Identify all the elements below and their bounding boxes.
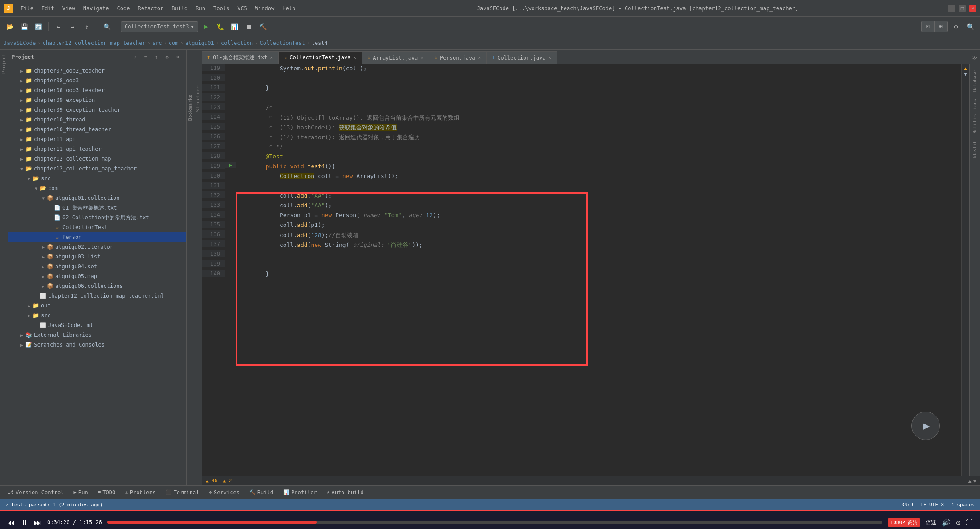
menu-tools[interactable]: Tools xyxy=(210,4,233,13)
run-with-coverage-button[interactable]: 📊 xyxy=(228,20,241,33)
menu-run[interactable]: Run xyxy=(192,4,209,13)
tab-close-icon[interactable]: × xyxy=(420,55,423,61)
layout-btn-1[interactable]: ⊡ xyxy=(922,21,935,32)
tree-item-com[interactable]: ▼ 📂 com xyxy=(8,183,186,193)
tree-item-collectiontest[interactable]: ☕ CollectionTest xyxy=(8,222,186,232)
breadcrumb-com[interactable]: com xyxy=(169,40,179,46)
tree-item-chapter12b[interactable]: ▼ 📂 chapter12_collection_map_teacher xyxy=(8,164,186,174)
video-prev-button[interactable]: ⏮ xyxy=(7,518,15,527)
tree-item-chapter07[interactable]: ▶ 📁 chapter07_oop2_teacher xyxy=(8,66,186,76)
video-next-button[interactable]: ⏭ xyxy=(34,518,42,527)
hide-panel-button[interactable]: × xyxy=(173,52,182,61)
terminal-tab[interactable]: ⬛ Terminal xyxy=(161,488,204,497)
expand-up-icon[interactable]: ▲ xyxy=(968,478,972,484)
menu-window[interactable]: Window xyxy=(252,4,278,13)
tree-item-chapter12a[interactable]: ▶ 📁 chapter12_collection_map xyxy=(8,154,186,164)
tree-item-atguigu06[interactable]: ▶ 📦 atguigu06.collections xyxy=(8,281,186,291)
tree-item-chapter08a[interactable]: ▶ 📁 chapter08_oop3 xyxy=(8,76,186,85)
build-project-button[interactable]: 🔨 xyxy=(257,20,269,33)
video-quality-badge[interactable]: 1080P 高清 xyxy=(888,518,921,527)
tree-item-chapter10b[interactable]: ▶ 📁 chapter10_thread_teacher xyxy=(8,125,186,134)
tree-item-chapter10a[interactable]: ▶ 📁 chapter10_thread xyxy=(8,115,186,125)
menu-help[interactable]: Help xyxy=(279,4,299,13)
problems-tab[interactable]: ⚠ Problems xyxy=(121,488,160,497)
video-fullscreen-button[interactable]: ⛶ xyxy=(966,518,973,527)
floating-play-button[interactable]: ▶ xyxy=(911,412,940,440)
video-volume-button[interactable]: 🔊 xyxy=(942,518,951,527)
breadcrumb-root[interactable]: JavaSECode xyxy=(4,40,36,46)
menu-code[interactable]: Code xyxy=(114,4,134,13)
tree-item-atguigu01[interactable]: ▼ 📦 atguigu01.collection xyxy=(8,193,186,203)
lf-indicator[interactable]: LF UTF-8 xyxy=(920,502,944,508)
tree-item-person[interactable]: ☕ Person xyxy=(8,232,186,242)
tab-close-icon[interactable]: × xyxy=(270,55,273,61)
forward-button[interactable]: → xyxy=(66,20,79,33)
database-tab[interactable]: Database xyxy=(972,68,978,94)
run-tab[interactable]: ▶ Run xyxy=(69,488,92,497)
expand-down-icon[interactable]: ▼ xyxy=(973,478,976,484)
breadcrumb-class[interactable]: CollectionTest xyxy=(260,40,305,46)
tree-item-external-libs[interactable]: ▶ 📚 External Libraries xyxy=(8,330,186,340)
structure-label[interactable]: Structure xyxy=(195,85,201,112)
tab-arraylist[interactable]: ☕ ArrayList.java × xyxy=(362,51,429,64)
settings-button[interactable]: ⚙ xyxy=(950,20,962,33)
breadcrumb-collection[interactable]: collection xyxy=(221,40,253,46)
tree-item-atguigu02[interactable]: ▶ 📦 atguigu02.iterator xyxy=(8,242,186,252)
notifications-tab[interactable]: Notifications xyxy=(972,96,978,136)
back-button[interactable]: ← xyxy=(52,20,65,33)
stop-button[interactable]: ⏹ xyxy=(243,20,255,33)
sync-button[interactable]: 🔄 xyxy=(32,20,45,33)
menu-edit[interactable]: Edit xyxy=(38,4,58,13)
locate-file-button[interactable]: ⊙ xyxy=(130,52,139,61)
save-button[interactable]: 💾 xyxy=(18,20,30,33)
tree-item-out[interactable]: ▶ 📁 out xyxy=(8,301,186,311)
tree-item-chapter09b[interactable]: ▶ 📁 chapter09_exception_teacher xyxy=(8,105,186,115)
tab-close-icon[interactable]: × xyxy=(478,55,481,61)
tree-item-txt1[interactable]: 📄 01-集合框架概述.txt xyxy=(8,203,186,213)
tab-close-icon[interactable]: × xyxy=(354,55,357,61)
debug-button[interactable]: 🐛 xyxy=(214,20,227,33)
run-button[interactable]: ▶ xyxy=(200,20,212,33)
build-tab[interactable]: 🔨 Build xyxy=(245,488,278,497)
tree-item-chapter09a[interactable]: ▶ 📁 chapter09_exception xyxy=(8,95,186,105)
expand-all-button[interactable]: ≡ xyxy=(141,52,150,61)
tree-item-scratches[interactable]: ▶ 📝 Scratches and Consoles xyxy=(8,340,186,350)
jdaslib-tab[interactable]: Jdaslib xyxy=(972,138,978,162)
open-folder-button[interactable]: 📂 xyxy=(4,20,16,33)
menu-vcs[interactable]: VCS xyxy=(234,4,251,13)
tree-item-iml[interactable]: ⬜ chapter12_collection_map_teacher.iml xyxy=(8,291,186,301)
tree-item-chapter11b[interactable]: ▶ 📁 chapter11_api_teacher xyxy=(8,144,186,154)
video-settings-button[interactable]: ⚙ xyxy=(956,518,960,527)
breadcrumb-src[interactable]: src xyxy=(152,40,162,46)
services-tab[interactable]: ⚙ Services xyxy=(204,488,244,497)
menu-navigate[interactable]: Navigate xyxy=(80,4,113,13)
collapse-all-button[interactable]: ↑ xyxy=(152,52,161,61)
tree-item-src[interactable]: ▼ 📂 src xyxy=(8,174,186,183)
tab-close-icon[interactable]: × xyxy=(549,55,552,61)
menu-build[interactable]: Build xyxy=(168,4,191,13)
tree-item-atguigu05[interactable]: ▶ 📦 atguigu05.map xyxy=(8,271,186,281)
video-progress-bar[interactable] xyxy=(107,521,882,524)
auto-build-tab[interactable]: ⚡ Auto-build xyxy=(322,488,368,497)
tree-item-chapter11a[interactable]: ▶ 📁 chapter11_api xyxy=(8,134,186,144)
tree-item-atguigu04[interactable]: ▶ 📦 atguigu04.set xyxy=(8,262,186,271)
run-config-dropdown[interactable]: CollectionTest.test3 ▾ xyxy=(121,21,198,32)
menu-view[interactable]: View xyxy=(59,4,79,13)
menu-refactor[interactable]: Refactor xyxy=(134,4,167,13)
video-progress-container[interactable] xyxy=(107,521,882,524)
search-everywhere-button[interactable]: 🔍 xyxy=(101,20,113,33)
layout-btn-2[interactable]: ⊞ xyxy=(935,21,947,32)
tab-collection[interactable]: I Collection.java × xyxy=(487,51,557,64)
breadcrumb-atguigu[interactable]: atguigu01 xyxy=(185,40,214,46)
search-button[interactable]: 🔍 xyxy=(964,20,976,33)
video-speed[interactable]: 倍速 xyxy=(926,519,936,526)
profiler-tab[interactable]: 📊 Profiler xyxy=(279,488,321,497)
tree-item-atguigu03[interactable]: ▶ 📦 atguigu03.list xyxy=(8,252,186,262)
tab-txt[interactable]: T 01-集合框架概述.txt × xyxy=(202,51,279,64)
settings-panel-button[interactable]: ⚙ xyxy=(163,52,171,61)
tab-collectiontest[interactable]: ☕ CollectionTest.java × xyxy=(279,51,362,64)
tree-item-txt2[interactable]: 📄 02-Collection中的常用方法.txt xyxy=(8,213,186,222)
video-play-button[interactable]: ⏸ xyxy=(20,518,28,527)
code-editor[interactable]: 119 System.out.println(coll); 120 121 xyxy=(202,64,961,476)
project-side-label[interactable]: Project xyxy=(0,50,8,77)
